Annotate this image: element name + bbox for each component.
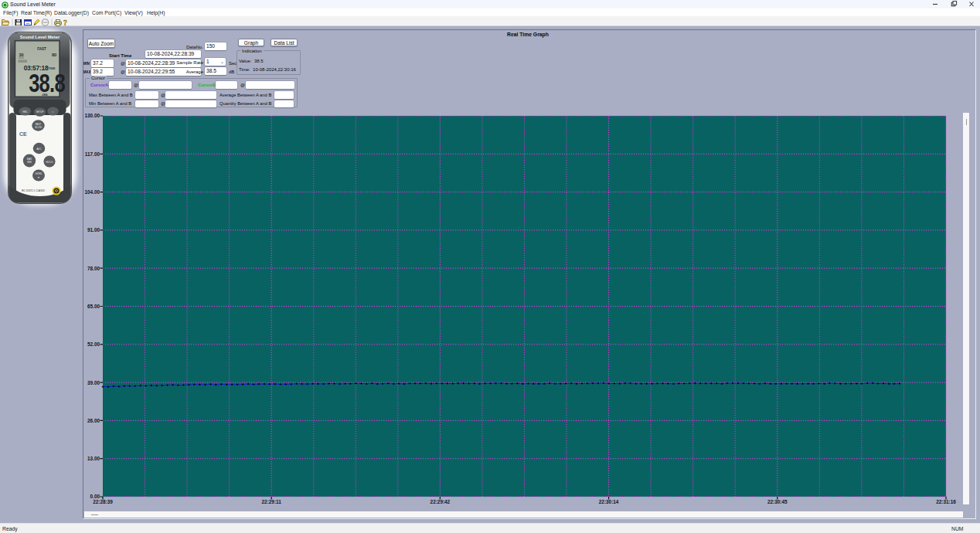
svg-text:80: 80 <box>52 53 56 57</box>
svg-text:CE: CE <box>19 131 27 137</box>
svg-text:REC: REC <box>22 110 28 114</box>
svg-text:HOLD: HOLD <box>46 161 53 164</box>
svg-text:MAX: MAX <box>27 158 32 161</box>
svg-text:SLOW: SLOW <box>35 126 42 129</box>
svg-text:▼: ▼ <box>37 176 39 179</box>
svg-text:Sound Level Meter: Sound Level Meter <box>20 35 60 39</box>
svg-text:MIN: MIN <box>27 161 32 164</box>
svg-text:dBA: dBA <box>42 93 48 97</box>
svg-text:LEVEL: LEVEL <box>35 172 43 175</box>
svg-text:30: 30 <box>19 53 23 57</box>
svg-text:A/C: A/C <box>36 148 42 151</box>
svg-text:☼: ☼ <box>52 110 54 114</box>
svg-text:SETUP: SETUP <box>36 110 44 114</box>
svg-text:IEC 61672-1 CLASS2: IEC 61672-1 CLASS2 <box>22 189 45 192</box>
svg-text:FAST: FAST <box>37 47 46 51</box>
